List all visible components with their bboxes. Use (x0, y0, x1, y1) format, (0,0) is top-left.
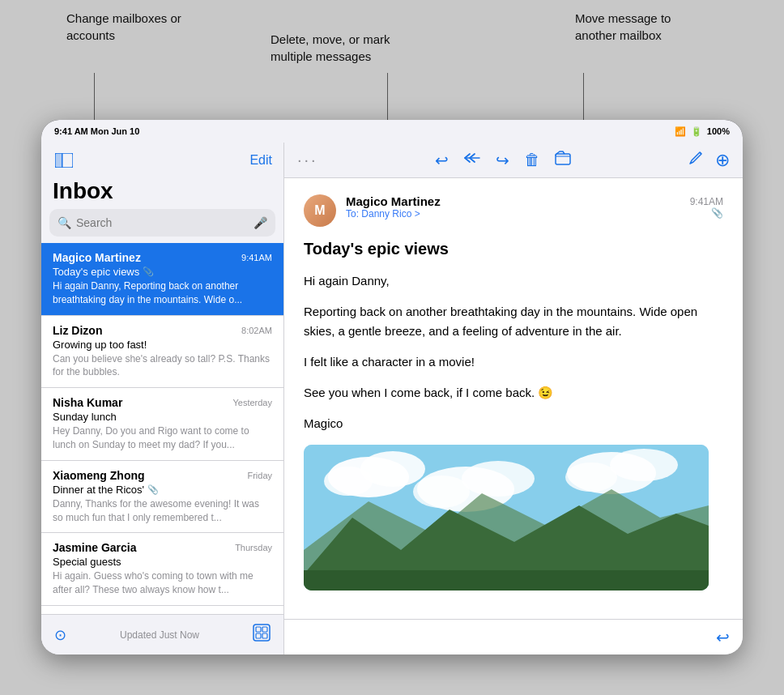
message-item[interactable]: Liz Dizon 8:02AM Growing up too fast! Ca… (41, 316, 283, 389)
annotation-multiple-messages: Delete, move, or mark multiple messages (271, 31, 390, 65)
callout-line-3 (583, 73, 584, 120)
message-preview: Danny, Thanks for the awesome evening! I… (53, 497, 272, 525)
battery-icon: 🔋 (691, 126, 702, 137)
sender-info: Magico Martinez To: Danny Rico > (346, 194, 680, 220)
message-preview: Hi again Danny, Reporting back on anothe… (53, 279, 272, 307)
reply-all-button[interactable] (463, 151, 481, 169)
reply-bottom-button[interactable]: ↩ (716, 628, 730, 647)
sidebar-toggle-button[interactable] (53, 149, 75, 172)
svg-rect-5 (262, 627, 267, 632)
message-row1: Magico Martinez 9:41AM (53, 251, 272, 264)
svg-point-17 (610, 449, 678, 481)
email-meta: 9:41AM 📎 (690, 194, 723, 219)
message-sender: Xiaomeng Zhong (53, 469, 145, 482)
message-preview: Can you believe she's already so tall? P… (53, 352, 272, 380)
mic-icon[interactable]: 🎤 (254, 216, 267, 229)
email-time: 9:41AM (690, 196, 723, 207)
svg-rect-6 (256, 633, 261, 638)
svg-rect-0 (55, 153, 62, 168)
toolbar-right: ⊕ (688, 150, 730, 171)
app-content: Edit Inbox 🔍 🎤 Magico Martinez 9:41AM (41, 143, 743, 654)
message-subject: Sunday lunch (53, 411, 272, 423)
attachment-icon: 📎 (143, 266, 154, 277)
more-button[interactable]: ⊕ (715, 150, 730, 171)
reply-button[interactable]: ↩ (435, 151, 449, 170)
message-preview: Hey Danny, Do you and Rigo want to come … (53, 424, 272, 452)
message-item[interactable]: Xiaomeng Zhong Friday Dinner at the Rico… (41, 461, 283, 534)
svg-rect-21 (304, 570, 709, 591)
status-bar-left: 9:41 AM Mon Jun 10 (54, 126, 139, 136)
message-item[interactable]: Jasmine Garcia Thursday Special guests H… (41, 533, 283, 606)
body-paragraph-3: See you when I come back, if I come back… (304, 383, 723, 403)
message-item[interactable]: Ryan Notch Wednesday Out of town Howdy, … (41, 606, 283, 614)
search-input[interactable] (76, 216, 249, 229)
message-subject: Today's epic views 📎 (53, 266, 272, 278)
home-indicator (343, 646, 441, 650)
message-row1: Liz Dizon 8:02AM (53, 324, 272, 337)
svg-rect-7 (262, 633, 267, 638)
landscape-image (304, 445, 709, 591)
sender-to[interactable]: To: Danny Rico > (346, 208, 680, 220)
search-bar[interactable]: 🔍 🎤 (49, 209, 275, 237)
email-image (304, 445, 709, 591)
message-sender: Liz Dizon (53, 324, 102, 337)
search-icon: 🔍 (58, 216, 71, 229)
message-row1: Xiaomeng Zhong Friday (53, 469, 272, 482)
message-time: 8:02AM (241, 326, 272, 335)
body-signature: Magico (304, 414, 723, 433)
svg-rect-4 (256, 627, 261, 632)
move-to-folder-button[interactable] (555, 151, 571, 169)
email-panel: ··· ↩ ↪ 🗑 (284, 143, 743, 654)
more-options-dots: ··· (297, 151, 318, 169)
body-paragraph-2: I felt like a character in a movie! (304, 352, 723, 372)
status-bar-right: 📶 🔋 100% (675, 126, 730, 137)
inbox-title: Inbox (41, 175, 283, 209)
svg-point-12 (324, 467, 373, 496)
callout-line-2 (387, 73, 388, 120)
svg-point-14 (462, 461, 535, 497)
filter-icon[interactable]: ⊙ (54, 626, 66, 644)
trash-button[interactable]: 🗑 (524, 151, 540, 169)
body-paragraph-1: Reporting back on another breathtaking d… (304, 302, 723, 341)
message-sender: Nisha Kumar (53, 396, 122, 409)
status-time: 9:41 AM Mon Jun 10 (54, 126, 139, 136)
edit-button[interactable]: Edit (249, 153, 272, 168)
sender-avatar: M (304, 194, 336, 227)
message-time: Thursday (235, 543, 272, 552)
inbox-header: Edit (41, 143, 283, 175)
svg-point-15 (413, 475, 470, 508)
message-preview: Hi again. Guess who's coming to town wit… (53, 569, 272, 597)
attachment-icon: 📎 (147, 484, 159, 495)
message-item[interactable]: Magico Martinez 9:41AM Today's epic view… (41, 243, 283, 316)
status-bar: 9:41 AM Mon Jun 10 📶 🔋 100% (41, 120, 743, 143)
message-sender: Magico Martinez (53, 251, 141, 264)
annotation-mailboxes: Change mailboxes or accounts (66, 10, 181, 44)
wifi-icon: 📶 (675, 126, 686, 137)
message-row1: Jasmine Garcia Thursday (53, 541, 272, 554)
ipad-frame: 9:41 AM Mon Jun 10 📶 🔋 100% Edit (41, 120, 743, 654)
compose-button[interactable] (688, 150, 704, 170)
message-item[interactable]: Nisha Kumar Yesterday Sunday lunch Hey D… (41, 388, 283, 461)
message-subject: Dinner at the Ricos' 📎 (53, 484, 272, 496)
forward-button[interactable]: ↪ (496, 151, 509, 170)
inbox-footer: ⊙ Updated Just Now (41, 614, 283, 654)
email-subject: Today's epic views (304, 240, 723, 258)
email-body: Hi again Danny, Reporting back on anothe… (304, 271, 723, 433)
message-list: Magico Martinez 9:41AM Today's epic view… (41, 243, 283, 614)
attachment-indicator: 📎 (690, 207, 723, 219)
email-content: M Magico Martinez To: Danny Rico > 9:41A… (284, 178, 743, 619)
toolbar-center: ··· (297, 151, 318, 169)
message-time: Yesterday (232, 398, 272, 407)
sidebar-icon (55, 153, 73, 168)
callout-line-1 (94, 73, 95, 120)
email-sender-row: M Magico Martinez To: Danny Rico > 9:41A… (304, 194, 723, 227)
message-row1: Nisha Kumar Yesterday (53, 396, 272, 409)
svg-rect-2 (62, 153, 63, 168)
message-subject: Growing up too fast! (53, 339, 272, 351)
mailbox-icon[interactable] (253, 624, 271, 646)
toolbar-actions: ↩ ↪ 🗑 (435, 151, 571, 170)
svg-point-18 (565, 463, 617, 492)
inbox-panel: Edit Inbox 🔍 🎤 Magico Martinez 9:41AM (41, 143, 284, 654)
svg-rect-8 (556, 154, 570, 164)
message-time: Friday (247, 471, 272, 480)
